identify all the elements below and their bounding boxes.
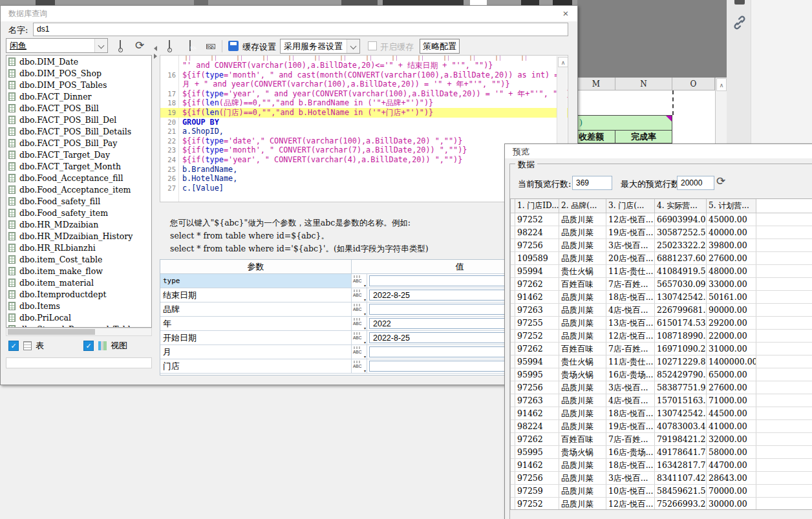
preview-row[interactable]: 97256品质川菜3店-悦百...8341107.4228643.00 bbox=[511, 472, 812, 485]
code-line[interactable]: 18${if(len(品牌)==0,"","and b.BrandName in… bbox=[160, 98, 568, 108]
code-line[interactable]: 16${if(type='month', " and cast(month(CO… bbox=[160, 70, 568, 80]
table-list-hscrollbar[interactable] bbox=[6, 328, 152, 336]
preview-col-header[interactable]: 2. 品牌(... bbox=[559, 199, 606, 213]
table-list-item[interactable]: dbo.DIM_POS_Tables bbox=[6, 79, 151, 90]
string-type-icon[interactable]: ABC▾ bbox=[352, 317, 367, 330]
preview-col-header[interactable]: 5. 计划营... bbox=[707, 199, 756, 213]
table-list-item[interactable]: dbo.DIM_POS_Shop bbox=[6, 67, 151, 79]
preview-button[interactable] bbox=[161, 38, 178, 53]
table-list-item[interactable]: dbo.FACT_POS_Bill_Details bbox=[6, 125, 151, 137]
table-list-item[interactable]: dbo.Food_safety_item bbox=[6, 207, 151, 218]
preview-col-header[interactable]: 1. 门店ID... bbox=[515, 199, 559, 213]
string-type-icon[interactable]: ABC▾ bbox=[352, 274, 367, 288]
table-list[interactable]: dbo.DIM_Datedbo.DIM_POS_Shopdbo.DIM_POS_… bbox=[6, 55, 152, 328]
table-list-item[interactable]: dbo.FACT_Target_Month bbox=[6, 160, 151, 172]
code-line[interactable]: "' and CONVERT(varchar(100),a.BillDate,2… bbox=[160, 61, 568, 70]
scroll-thumb[interactable] bbox=[8, 329, 95, 335]
preview-row[interactable]: 97252品质川菜12店-悦百...66903994.0045000.00 bbox=[511, 213, 812, 226]
sql-doc-button[interactable]: SQL bbox=[182, 38, 198, 53]
string-type-icon[interactable]: ABC▾ bbox=[352, 359, 367, 373]
table-list-item[interactable]: dbo.HR_RLbianzhi bbox=[6, 242, 151, 253]
table-list-item[interactable]: dbo.HR_MDzaibian_History bbox=[6, 230, 151, 242]
scroll-up-arrow[interactable]: ∧ bbox=[558, 57, 568, 67]
preview-row[interactable]: 97252品质川菜12店-悦百...75266993.2530000.00 bbox=[511, 498, 812, 510]
preview-row[interactable]: 97259品质川菜10店-悦百...58459621.5270000.00 bbox=[511, 485, 812, 498]
filter-input[interactable] bbox=[6, 357, 152, 368]
table-list-item[interactable]: dbo.Food_Acceptance_item bbox=[6, 184, 151, 195]
preview-row[interactable]: 91462品质川菜18店-悦百...130742542.1644500.00 bbox=[511, 407, 812, 420]
table-list-item[interactable]: dbo.Food_Acceptance_fill bbox=[6, 172, 151, 184]
preview-row[interactable]: 97256品质川菜3店-悦百...25023322.2639800.00 bbox=[511, 239, 812, 252]
table-list-item[interactable]: dbo.HR_MDzaibian bbox=[6, 218, 151, 230]
table-list-item[interactable]: dbo.FACT_POS_Bill_Pay bbox=[6, 137, 151, 149]
refresh-icon[interactable]: ⟳ bbox=[716, 175, 725, 188]
table-list-item[interactable]: dbo.item_material bbox=[6, 277, 151, 288]
table-list-item[interactable]: dbo.PriLocal bbox=[6, 312, 151, 323]
table-list-item[interactable]: dbo.Food_safety_fill bbox=[6, 195, 151, 207]
enable-cache-checkbox[interactable] bbox=[368, 41, 377, 50]
preview-row[interactable]: 109589品质川菜20店-悦百...6881237.6027600.00 bbox=[511, 252, 812, 265]
code-line[interactable]: 月 + " and year(CONVERT(varchar(100),a.Bi… bbox=[160, 79, 568, 89]
preview-row[interactable]: 95995贵场火锅16店-贵场...49178641.7458000.00 bbox=[511, 446, 812, 459]
code-line[interactable]: 21a.ShopID, bbox=[160, 127, 568, 136]
table-list-item[interactable]: dbo.FACT_POS_Bill bbox=[6, 102, 151, 114]
sheet-vertical-scrollbar[interactable]: ∧ bbox=[715, 78, 727, 143]
preview-row[interactable]: 97263品质川菜4店-悦百...226799681.0390000.00 bbox=[511, 304, 812, 317]
chevron-down-icon[interactable] bbox=[94, 39, 107, 52]
preview-row[interactable]: 97262百姓百味7店-百姓...16971090.2731000.00 bbox=[511, 343, 812, 355]
sql-tool-button[interactable]: SQL bbox=[202, 38, 219, 53]
string-type-icon[interactable]: ABC▾ bbox=[352, 331, 367, 344]
preview-col-header[interactable]: 4. 实际营... bbox=[655, 199, 707, 213]
refresh-button[interactable]: ⟳ bbox=[131, 38, 148, 53]
table-search-button[interactable] bbox=[112, 38, 129, 53]
table-list-item[interactable]: dbo.FACT_Target_Day bbox=[6, 149, 151, 160]
preview-row[interactable]: 97255品质川菜13店-悦百...6150174.5329200.00 bbox=[511, 317, 812, 330]
link-icon[interactable] bbox=[732, 16, 747, 32]
table-list-item[interactable]: dbo.Itemproductdept bbox=[6, 288, 151, 300]
preview-row[interactable]: 98224品质川菜19店-悦百...40783003.4441000.00 bbox=[511, 420, 812, 433]
table-list-item[interactable]: dbo.DIM_Date bbox=[6, 56, 151, 67]
code-line[interactable]: 17${if(type='year', " and year(CONVERT(v… bbox=[160, 89, 568, 99]
preview-row[interactable]: 98224品质川菜19店-悦百...30587252.5840000.00 bbox=[511, 226, 812, 239]
preview-row[interactable]: 97256品质川菜3店-悦百...58387751.9427600.00 bbox=[511, 381, 812, 394]
card-icon[interactable] bbox=[734, 0, 745, 5]
dialog-titlebar[interactable]: 预览 bbox=[505, 144, 812, 158]
preview-row[interactable]: 97262百姓百味7店-百姓...79198421.2632000.00 bbox=[511, 433, 812, 446]
cache-save-icon[interactable] bbox=[228, 41, 239, 51]
preview-row[interactable]: 95994贵仕火锅11店-贵仕...41084919.5648000.00 bbox=[511, 265, 812, 278]
preview-row[interactable]: 95994贵仕火锅11店-贵仕...10271229.891400000.00 bbox=[511, 355, 812, 368]
table-list-item[interactable]: dbo.FACT_POS_Bill_Del bbox=[6, 114, 151, 125]
current-rows-input[interactable]: 369 bbox=[572, 176, 612, 190]
preview-row[interactable]: 97263品质川菜4店-悦百...157015163.7971000.00 bbox=[511, 394, 812, 407]
code-line[interactable]: 19${if(len(门店)==0,"","and b.HotelName in… bbox=[160, 108, 568, 118]
preview-row[interactable]: 97262百姓百味7店-百姓...5657030.0933000.00 bbox=[511, 278, 812, 291]
chevron-down-icon[interactable] bbox=[347, 39, 359, 53]
collapse-right-icon[interactable] bbox=[154, 54, 157, 59]
preview-col-header[interactable]: 3. 门店(... bbox=[606, 199, 655, 213]
string-type-icon[interactable]: ABC▾ bbox=[352, 302, 367, 316]
preview-row[interactable]: 91462品质川菜18店-悦百...16342817.7744700.00 bbox=[511, 459, 812, 472]
name-input[interactable]: ds1 bbox=[33, 23, 568, 36]
dialog-titlebar[interactable]: 数据库查询 × bbox=[1, 6, 577, 21]
max-rows-input[interactable]: 20000 bbox=[677, 176, 714, 190]
code-line[interactable]: 20GROUP BY bbox=[160, 118, 568, 127]
preview-row[interactable]: 95995贵场火锅16店-贵场...852429790.1665000.00 bbox=[511, 368, 812, 381]
table-checkbox[interactable]: ✓ bbox=[8, 341, 19, 351]
cache-mode-select[interactable]: 采用服务器设置 bbox=[280, 39, 360, 54]
table-list-item[interactable]: dbo.Items bbox=[6, 300, 151, 312]
connection-select[interactable]: 闲鱼 bbox=[6, 38, 108, 53]
table-list-item[interactable]: dbo.item_Cost_table bbox=[6, 253, 151, 265]
view-checkbox[interactable]: ✓ bbox=[83, 341, 94, 351]
preview-row[interactable]: 91462品质川菜18店-悦百...130742542.1650161.00 bbox=[511, 291, 812, 304]
collapse-left-icon[interactable] bbox=[154, 46, 157, 51]
scroll-up-arrow[interactable]: ∧ bbox=[716, 78, 727, 91]
strategy-config-button[interactable]: 策略配置 bbox=[420, 39, 460, 54]
preview-row[interactable]: 97252品质川菜12店-悦百...108718990.2522000.00 bbox=[511, 330, 812, 343]
string-type-icon[interactable]: ABC▾ bbox=[352, 288, 367, 302]
panel-splitter[interactable] bbox=[153, 38, 158, 333]
table-list-item[interactable]: dbo.Stored_Personnel_Table bbox=[6, 323, 151, 328]
table-list-item[interactable]: dbo.item_make_flow bbox=[6, 265, 151, 277]
string-type-icon[interactable]: ABC▾ bbox=[352, 345, 367, 359]
close-icon[interactable]: × bbox=[559, 7, 572, 20]
table-list-item[interactable]: dbo.FACT_Dinner bbox=[6, 90, 151, 102]
